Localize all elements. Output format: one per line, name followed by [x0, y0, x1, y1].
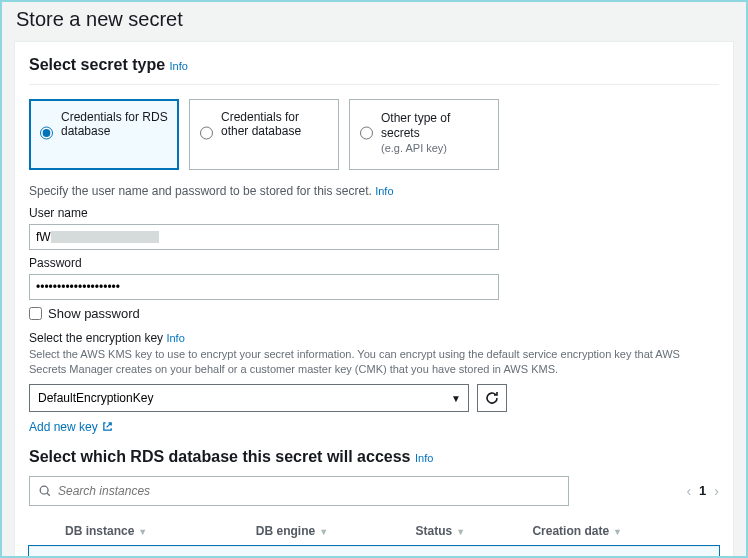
encryption-heading: Select the encryption key Info: [29, 331, 719, 345]
credentials-helper-text: Specify the user name and password to be…: [29, 184, 372, 198]
secret-type-rds-radio[interactable]: [40, 111, 53, 155]
cell-db-instance: sd: [59, 546, 250, 558]
search-icon: [38, 484, 52, 498]
secret-type-heading: Select secret type Info: [29, 56, 719, 74]
sort-icon: ▼: [319, 527, 328, 537]
cell-status: available: [410, 546, 527, 558]
secret-type-otherdb-radio[interactable]: [200, 111, 213, 155]
main-panel: Select secret type Info Credentials for …: [14, 41, 734, 558]
rds-info-link[interactable]: Info: [415, 452, 433, 464]
page-title: Store a new secret: [2, 2, 746, 41]
cell-db-engine: mysql: [250, 546, 410, 558]
secret-type-other-sub: (e.g. API key): [381, 142, 447, 154]
encryption-help: Select the AWS KMS key to use to encrypt…: [29, 347, 719, 378]
svg-point-0: [40, 486, 48, 494]
secret-type-otherdb-card[interactable]: Credentials for other database: [189, 99, 339, 170]
password-input[interactable]: [29, 274, 499, 300]
secret-type-other-label: Other type of secrets: [381, 111, 450, 140]
password-label: Password: [29, 256, 719, 270]
encryption-key-select[interactable]: DefaultEncryptionKey: [29, 384, 469, 412]
secret-type-info-link[interactable]: Info: [170, 60, 188, 72]
credentials-info-link[interactable]: Info: [375, 185, 393, 197]
encryption-info-link[interactable]: Info: [166, 332, 184, 344]
credentials-helper: Specify the user name and password to be…: [29, 184, 719, 198]
search-instances-input[interactable]: [58, 484, 560, 498]
encryption-heading-text: Select the encryption key: [29, 331, 163, 345]
search-instances-box[interactable]: [29, 476, 569, 506]
show-password-label: Show password: [48, 306, 140, 321]
secret-type-rds-card[interactable]: Credentials for RDS database: [29, 99, 179, 170]
secret-type-other-card[interactable]: Other type of secrets (e.g. API key): [349, 99, 499, 170]
secret-type-otherdb-label: Credentials for other database: [221, 110, 328, 155]
sort-icon: ▼: [613, 527, 622, 537]
page-next-button[interactable]: ›: [714, 483, 719, 499]
pagination: ‹ 1 ›: [686, 483, 719, 499]
refresh-button[interactable]: [477, 384, 507, 412]
table-row[interactable]: sd mysql available 7/3/18: [29, 546, 719, 558]
rds-heading-text: Select which RDS database this secret wi…: [29, 448, 411, 465]
sort-icon: ▼: [138, 527, 147, 537]
cell-creation-date: 7/3/18: [526, 546, 719, 558]
page-number: 1: [699, 483, 706, 498]
divider: [29, 84, 719, 85]
secret-type-options: Credentials for RDS database Credentials…: [29, 99, 719, 170]
refresh-icon: [484, 390, 500, 406]
username-redaction: [51, 231, 159, 243]
external-link-icon: [102, 421, 113, 432]
add-new-key-link[interactable]: Add new key: [29, 420, 113, 434]
sort-icon: ▼: [456, 527, 465, 537]
col-status[interactable]: Status▼: [410, 516, 527, 547]
username-label: User name: [29, 206, 719, 220]
col-select: [29, 516, 59, 547]
col-db-engine[interactable]: DB engine▼: [250, 516, 410, 547]
rds-table: DB instance▼ DB engine▼ Status▼ Creation…: [29, 516, 719, 558]
page-prev-button[interactable]: ‹: [686, 483, 691, 499]
secret-type-other-radio[interactable]: [360, 111, 373, 155]
secret-type-heading-text: Select secret type: [29, 56, 165, 73]
add-new-key-label: Add new key: [29, 420, 98, 434]
secret-type-rds-label: Credentials for RDS database: [61, 110, 168, 155]
col-creation-date[interactable]: Creation date▼: [526, 516, 719, 547]
col-db-instance[interactable]: DB instance▼: [59, 516, 250, 547]
show-password-checkbox[interactable]: [29, 307, 42, 320]
rds-heading: Select which RDS database this secret wi…: [29, 448, 719, 466]
